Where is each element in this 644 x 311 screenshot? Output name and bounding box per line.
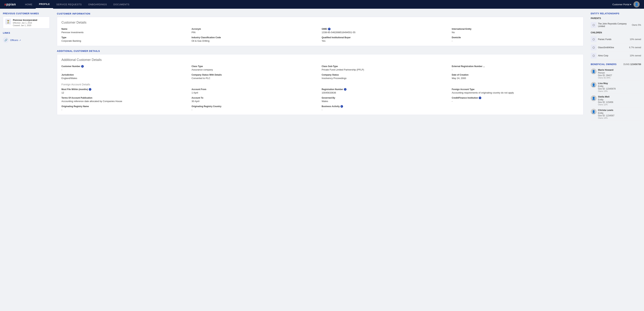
field-orig-registry-name-label: Originating Registry Name bbox=[62, 105, 189, 108]
field-ext-reg-value: - bbox=[452, 68, 579, 71]
field-business-activity: Business Activity ? - bbox=[322, 105, 449, 111]
child-item-0[interactable]: ⬡ Parsec Funds 10% owned bbox=[591, 35, 641, 44]
nav-documents[interactable]: DOCUMENTS bbox=[110, 0, 133, 9]
field-account-from: Account From 1 April bbox=[192, 88, 319, 94]
field-customer-number: Customer Number ? - bbox=[62, 65, 189, 71]
field-company-status-details-label: Company Status With Details bbox=[192, 74, 319, 76]
links-title: LINKS bbox=[3, 32, 50, 34]
nav-links: HOME PROFILE SERVICE REQUESTS ONBOARDING… bbox=[22, 0, 612, 9]
field-acronym-label: Acronym bbox=[192, 28, 319, 30]
nav-right: Customer Portal ▾ 👤 bbox=[612, 1, 640, 8]
field-governed-by-value: Wales bbox=[322, 100, 449, 102]
prev-ceased: Ceased: Jan 1, 2020 bbox=[13, 24, 37, 26]
field-foreign-account-type: Foreign Account Type Accounting requirem… bbox=[452, 88, 579, 94]
beneficial-owners-title: BENEFICIAL OWNERS bbox=[591, 63, 617, 66]
bo-type-0: Person bbox=[598, 72, 614, 74]
parent-icon-0: ⬡ bbox=[591, 22, 596, 28]
duns-info: DUNS 123456789 bbox=[624, 63, 641, 66]
gmei-info-badge[interactable]: ? bbox=[328, 28, 330, 30]
nav-onboardings[interactable]: ONBOARDINGS bbox=[85, 0, 110, 9]
field-customer-number-value: - bbox=[62, 68, 189, 71]
field-gmei: GMEI ? 1338-85-5462898516494551-55 bbox=[322, 28, 449, 34]
field-domicile: Domicile - bbox=[452, 36, 579, 42]
bo-item-3[interactable]: 👤 Christa Lewis Entity Gov ID: 1234567 O… bbox=[591, 107, 641, 121]
field-date-creation-label: Date of Creation bbox=[452, 74, 579, 76]
external-link-icon: ↗ bbox=[19, 39, 21, 41]
must-file-info-badge[interactable]: ? bbox=[89, 88, 91, 90]
business-activity-info-badge[interactable]: ? bbox=[340, 105, 343, 108]
prev-effective: Effective: Jan 1, 2016 bbox=[13, 22, 37, 24]
link-circle-icon: 🔗 bbox=[3, 37, 9, 43]
nav-home[interactable]: HOME bbox=[22, 0, 36, 9]
bo-item-1[interactable]: 👤 Lisa May Entity Gov ID: 12345678 Owns … bbox=[591, 80, 641, 94]
nav-service-requests[interactable]: SERVICE REQUESTS bbox=[53, 0, 85, 9]
child-icon-0: ⬡ bbox=[591, 36, 596, 42]
field-domicile-label: Domicile bbox=[452, 36, 579, 39]
field-jurisdiction: Jurisdiction England/Wales bbox=[62, 74, 189, 80]
beneficial-owners-header: BENEFICIAL OWNERS DUNS 123456789 bbox=[591, 63, 641, 66]
field-type-label: Type bbox=[62, 36, 189, 39]
bo-avatar-0: 👤 bbox=[591, 68, 596, 74]
user-avatar[interactable]: 👤 bbox=[634, 1, 640, 8]
bo-govid-3: Gov ID: 1234567 bbox=[598, 114, 614, 117]
bo-info-1: Lisa May Entity Gov ID: 12345678 Owns 13… bbox=[598, 82, 616, 92]
field-type-value: Corporate Banking bbox=[62, 40, 189, 42]
field-name-value: Penrose Investments bbox=[62, 31, 189, 34]
field-registration-number-value: 10045633636 bbox=[322, 91, 449, 94]
field-date-creation: Date of Creation May 24, 2000 bbox=[452, 74, 579, 80]
parent-item-0[interactable]: ⬡ The John Reynolds Company Limited Owns… bbox=[591, 21, 641, 29]
child-name-2: Almo Corp bbox=[598, 54, 628, 57]
field-type: Type Corporate Banking bbox=[62, 36, 189, 42]
bo-item-2[interactable]: 👤 Stella Meli Entity Gov ID: 123456 Owns… bbox=[591, 94, 641, 107]
bo-owns-3: Owns 14% bbox=[598, 117, 614, 119]
field-intl-entity-label: International Entity bbox=[452, 28, 579, 30]
field-domicile-value: - bbox=[452, 40, 579, 42]
logo-text: appian bbox=[4, 2, 16, 6]
field-orig-registry-country-value: - bbox=[192, 108, 319, 111]
customer-info-section-title: CUSTOMER INFORMATION bbox=[57, 12, 584, 15]
logo[interactable]: appian bbox=[4, 2, 16, 6]
field-customer-number-label: Customer Number ? bbox=[62, 65, 189, 68]
field-company-status-value: Insolvency Proceedings bbox=[322, 77, 449, 80]
field-terms-publication: Terms Of Account Publication Accounting … bbox=[62, 96, 189, 102]
field-jurisdiction-label: Jurisdiction bbox=[62, 74, 189, 76]
child-item-2[interactable]: ⬡ Almo Corp 10% owned bbox=[591, 52, 641, 60]
bo-owns-1: Owns 13% bbox=[598, 90, 616, 92]
officers-label[interactable]: Officers ↗ bbox=[10, 39, 21, 42]
left-sidebar: PREVIOUS CUSTOMER NAMES ⏳ Penrose Incorp… bbox=[0, 9, 52, 311]
bo-item-0[interactable]: 👤 Marie Howard Person Gov ID: 28427 Owns… bbox=[591, 67, 641, 80]
bo-name-0: Marie Howard bbox=[598, 68, 614, 71]
customer-number-info-badge[interactable]: ? bbox=[81, 65, 84, 68]
field-class-type: Class Type Assurance company bbox=[192, 65, 319, 71]
bo-info-0: Marie Howard Person Gov ID: 28427 Owns 9… bbox=[598, 68, 614, 79]
child-item-1[interactable]: ⬡ GlaxoSmithKline 6.7% owned bbox=[591, 44, 641, 52]
field-must-file-value: 12 bbox=[62, 91, 189, 94]
officers-link-item[interactable]: 🔗 Officers ↗ bbox=[3, 36, 50, 44]
field-class-type-label: Class Type bbox=[192, 65, 319, 68]
field-ext-reg-label: External Registration Number ... bbox=[452, 65, 579, 68]
child-icon-1: ⬡ bbox=[591, 44, 596, 50]
credit-finance-info-badge[interactable]: ? bbox=[479, 96, 481, 99]
nav-profile[interactable]: PROFILE bbox=[36, 0, 53, 9]
field-must-file-label: Must File Within (months) ? bbox=[62, 88, 189, 90]
portal-dropdown[interactable]: Customer Portal ▾ bbox=[612, 3, 631, 6]
hourglass-icon: ⏳ bbox=[5, 19, 11, 24]
entity-rel-title: ENTITY RELATIONSHIPS bbox=[591, 12, 641, 15]
children-section: CHILDREN ⬡ Parsec Funds 10% owned ⬡ Glax… bbox=[591, 31, 641, 60]
bo-owns-0: Owns 92.44% bbox=[598, 77, 614, 79]
field-industry-code-label: Industry Classification Code bbox=[192, 36, 319, 39]
field-company-status-details: Company Status With Details Converted to… bbox=[192, 74, 319, 80]
reg-number-info-badge[interactable]: ? bbox=[344, 88, 346, 90]
field-account-from-label: Account From bbox=[192, 88, 319, 90]
bo-info-3: Christa Lewis Entity Gov ID: 1234567 Own… bbox=[598, 109, 614, 119]
right-sidebar: ENTITY RELATIONSHIPS PARENTS ⬡ The John … bbox=[588, 9, 644, 311]
additional-main-fields-grid: Customer Number ? - Class Type Assurance… bbox=[62, 65, 579, 80]
bo-govid-1: Gov ID: 12345678 bbox=[598, 88, 616, 90]
foreign-account-title: Foreign Account Details bbox=[62, 83, 579, 86]
child-pct-1: 6.7% owned bbox=[629, 46, 641, 49]
bo-name-3: Christa Lewis bbox=[598, 109, 614, 112]
field-qib-label: Qualified Institutional Buyer bbox=[322, 36, 449, 39]
field-gmei-label: GMEI ? bbox=[322, 28, 449, 30]
field-class-subtype: Class Sub-Type Private Fund Limited Part… bbox=[322, 65, 449, 71]
field-qib-value: Yes bbox=[322, 40, 449, 42]
